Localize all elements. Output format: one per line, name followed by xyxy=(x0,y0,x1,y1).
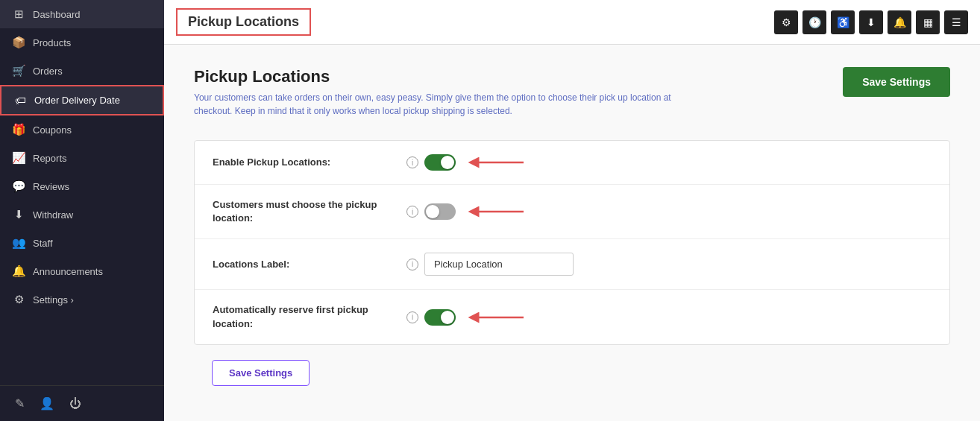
arrow-annotation-must-choose xyxy=(468,203,527,220)
save-bottom-row: Save Settings xyxy=(194,345,950,396)
sidebar-item-coupons[interactable]: 🎁 Coupons xyxy=(0,115,164,144)
reports-icon: 📈 xyxy=(12,151,25,165)
info-icon-locations-label[interactable]: i xyxy=(406,259,418,270)
settings-row-enable-pickup: Enable Pickup Locations:i xyxy=(195,141,949,185)
sidebar-label-dashboard: Dashboard xyxy=(33,9,81,20)
sidebar-item-reviews[interactable]: 💬 Reviews xyxy=(0,172,164,200)
sidebar-label-settings: Settings › xyxy=(33,294,74,306)
reviews-icon: 💬 xyxy=(12,180,25,193)
sidebar-item-staff[interactable]: 👥 Staff xyxy=(0,229,164,257)
topbar-icon-4[interactable]: 🔔 xyxy=(888,10,911,34)
toggle-must-choose[interactable] xyxy=(424,203,456,220)
row-label-must-choose: Customers must choose the pickup locatio… xyxy=(213,198,406,225)
row-label-locations-label: Locations Label: xyxy=(213,258,406,271)
staff-icon: 👥 xyxy=(12,236,25,250)
toggle-knob-auto-reserve xyxy=(441,311,454,324)
sidebar-item-withdraw[interactable]: ⬇ Withdraw xyxy=(0,200,164,229)
red-arrow-enable-pickup xyxy=(468,154,527,171)
section-title: Pickup Locations xyxy=(194,67,679,86)
topbar: Pickup Locations ⚙🕐♿⬇🔔▦☰ xyxy=(164,0,980,45)
sidebar-item-dashboard[interactable]: ⊞ Dashboard xyxy=(0,0,164,28)
settings-row-locations-label: Locations Label:i xyxy=(195,239,949,290)
topbar-icon-1[interactable]: 🕐 xyxy=(802,10,826,34)
toggle-wrap-must-choose xyxy=(424,203,456,220)
settings-row-auto-reserve: Automatically reserve first pickup locat… xyxy=(195,290,949,344)
input-locations-label[interactable] xyxy=(424,253,574,276)
sidebar: ⊞ Dashboard📦 Products🛒 Orders🏷 Order Del… xyxy=(0,0,164,421)
save-settings-top-button[interactable]: Save Settings xyxy=(843,67,950,97)
sidebar-label-reviews: Reviews xyxy=(33,181,69,192)
info-icon-must-choose[interactable]: i xyxy=(406,206,418,218)
row-control-enable-pickup: i xyxy=(406,154,456,171)
save-settings-bottom-button[interactable]: Save Settings xyxy=(212,360,310,386)
topbar-icon-6[interactable]: ☰ xyxy=(944,10,968,34)
toggle-wrap-enable-pickup xyxy=(424,154,456,171)
section-desc: Your customers can take orders on their … xyxy=(194,91,679,118)
withdraw-icon: ⬇ xyxy=(12,208,25,221)
arrow-annotation-enable-pickup xyxy=(468,154,527,171)
info-icon-enable-pickup[interactable]: i xyxy=(406,156,418,168)
red-arrow-must-choose xyxy=(468,203,527,220)
topbar-icon-2[interactable]: ♿ xyxy=(831,10,855,34)
row-label-auto-reserve: Automatically reserve first pickup locat… xyxy=(213,303,406,330)
toggle-auto-reserve[interactable] xyxy=(424,309,456,326)
row-control-locations-label: i xyxy=(406,253,574,276)
toggle-wrap-auto-reserve xyxy=(424,309,456,326)
red-arrow-auto-reserve xyxy=(468,309,527,326)
topbar-icon-5[interactable]: ▦ xyxy=(916,10,940,34)
sidebar-item-announcements[interactable]: 🔔 Announcements xyxy=(0,257,164,285)
sidebar-item-order-delivery-date[interactable]: 🏷 Order Delivery Date xyxy=(0,85,164,115)
edit-icon[interactable]: ✎ xyxy=(15,396,25,411)
user-icon[interactable]: 👤 xyxy=(40,396,54,411)
topbar-icon-3[interactable]: ⬇ xyxy=(859,10,883,34)
order-delivery-date-icon: 🏷 xyxy=(13,94,27,107)
sidebar-item-orders[interactable]: 🛒 Orders xyxy=(0,57,164,85)
sidebar-label-announcements: Announcements xyxy=(33,266,103,277)
sidebar-item-products[interactable]: 📦 Products xyxy=(0,28,164,57)
topbar-icons: ⚙🕐♿⬇🔔▦☰ xyxy=(774,10,968,34)
sidebar-label-reports: Reports xyxy=(33,153,67,164)
toggle-knob-must-choose xyxy=(426,205,439,218)
section-text: Pickup Locations Your customers can take… xyxy=(194,67,679,118)
row-control-must-choose: i xyxy=(406,203,456,220)
power-icon[interactable]: ⏻ xyxy=(69,397,81,411)
main-panel: Pickup Locations ⚙🕐♿⬇🔔▦☰ Pickup Location… xyxy=(164,0,980,421)
section-header: Pickup Locations Your customers can take… xyxy=(194,67,950,118)
settings-row-must-choose: Customers must choose the pickup locatio… xyxy=(195,185,949,239)
settings-rows: Enable Pickup Locations:i Customers must… xyxy=(194,140,950,345)
row-label-enable-pickup: Enable Pickup Locations: xyxy=(213,156,406,169)
row-control-auto-reserve: i xyxy=(406,309,456,326)
dashboard-icon: ⊞ xyxy=(12,7,25,21)
sidebar-label-staff: Staff xyxy=(33,238,53,249)
topbar-title: Pickup Locations xyxy=(176,8,311,36)
sidebar-item-reports[interactable]: 📈 Reports xyxy=(0,144,164,172)
sidebar-label-coupons: Coupons xyxy=(33,124,72,136)
sidebar-label-order-delivery-date: Order Delivery Date xyxy=(34,95,120,106)
sidebar-item-settings[interactable]: ⚙ Settings › xyxy=(0,285,164,314)
sidebar-label-withdraw: Withdraw xyxy=(33,209,73,221)
topbar-icon-0[interactable]: ⚙ xyxy=(774,10,798,34)
coupons-icon: 🎁 xyxy=(12,123,25,136)
sidebar-footer: ✎ 👤 ⏻ xyxy=(0,385,164,421)
toggle-knob-enable-pickup xyxy=(441,156,454,169)
orders-icon: 🛒 xyxy=(12,64,25,77)
sidebar-label-orders: Orders xyxy=(33,66,63,77)
announcements-icon: 🔔 xyxy=(12,265,25,278)
info-icon-auto-reserve[interactable]: i xyxy=(406,311,418,323)
settings-icon: ⚙ xyxy=(12,293,25,306)
sidebar-label-products: Products xyxy=(33,37,71,48)
products-icon: 📦 xyxy=(12,36,25,49)
toggle-enable-pickup[interactable] xyxy=(424,154,456,171)
arrow-annotation-auto-reserve xyxy=(468,309,527,326)
content-area: Pickup Locations Your customers can take… xyxy=(164,45,980,421)
